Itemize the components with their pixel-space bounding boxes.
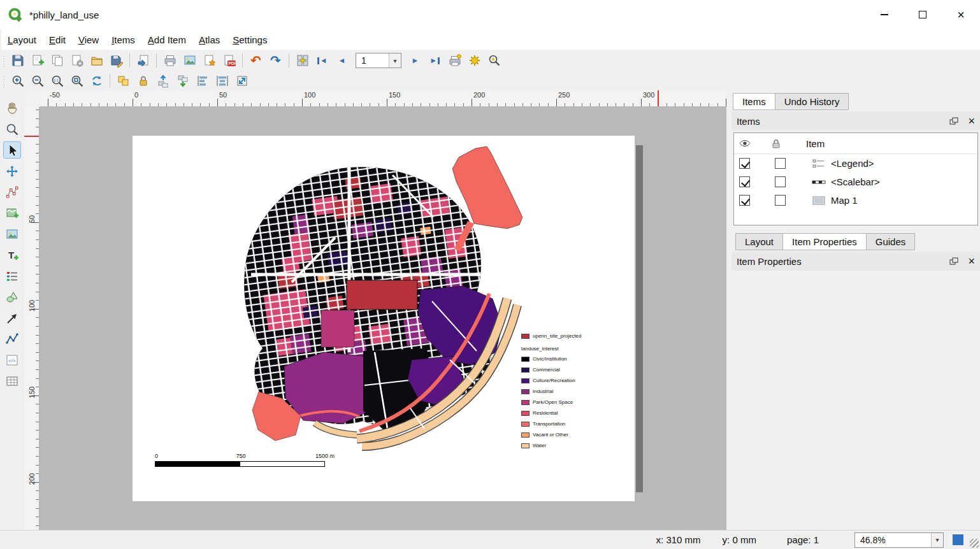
- undo-button[interactable]: ↶: [246, 52, 266, 69]
- legend-item[interactable]: upenn_site_projected landuse_interest Ci…: [521, 331, 633, 451]
- zoom-tool-button[interactable]: [3, 120, 21, 138]
- resize-items-button[interactable]: [232, 73, 252, 90]
- legend-label: Residential: [533, 410, 558, 416]
- lower-items-button[interactable]: [173, 73, 192, 90]
- add-node-item-button[interactable]: [3, 331, 21, 348]
- layout-page[interactable]: upenn_site_projected landuse_interest Ci…: [133, 136, 635, 501]
- visibility-checkbox[interactable]: [739, 195, 750, 206]
- add-arrow-button[interactable]: [3, 310, 21, 327]
- print-atlas-button[interactable]: [445, 52, 465, 69]
- ruler-label: 100: [28, 298, 36, 313]
- menu-items[interactable]: Items: [105, 31, 141, 48]
- resize-grip[interactable]: [970, 539, 979, 548]
- lock-items-button[interactable]: [133, 73, 153, 90]
- add-picture-button[interactable]: [3, 225, 21, 243]
- print-button[interactable]: [160, 52, 180, 69]
- atlas-last-button[interactable]: ►: [425, 52, 445, 69]
- move-item-content-button[interactable]: [3, 162, 21, 180]
- ruler-label: 150: [389, 91, 400, 99]
- layout-manager-button[interactable]: [67, 52, 87, 69]
- lock-checkbox[interactable]: [775, 158, 786, 169]
- zoom-actual-button[interactable]: 1:1: [47, 73, 67, 90]
- menu-add-item[interactable]: Add Item: [141, 31, 192, 48]
- save-button[interactable]: [8, 52, 27, 69]
- load-template-button[interactable]: [87, 52, 106, 69]
- horizontal-ruler[interactable]: -50 0 50 100 150 200 250 300: [40, 90, 726, 107]
- chevron-down-icon[interactable]: ▾: [389, 53, 401, 68]
- menu-view[interactable]: View: [72, 31, 105, 48]
- refresh-button[interactable]: [87, 73, 106, 90]
- tab-undo-history[interactable]: Undo History: [775, 93, 849, 110]
- add-html-button[interactable]: </>: [3, 352, 21, 369]
- lock-checkbox[interactable]: [775, 176, 786, 187]
- menu-edit[interactable]: Edit: [43, 31, 72, 48]
- items-tree[interactable]: Item <Legend> <Scalebar>: [733, 132, 978, 225]
- atlas-zoom-button[interactable]: [484, 52, 504, 69]
- save-as-template-button[interactable]: [106, 52, 126, 69]
- atlas-prev-button[interactable]: ◄: [332, 52, 352, 69]
- add-map-button[interactable]: [3, 204, 21, 222]
- visibility-checkbox[interactable]: [739, 176, 750, 187]
- export-svg-button[interactable]: [199, 52, 219, 69]
- menu-atlas[interactable]: Atlas: [192, 31, 226, 48]
- legend-row: Industrial: [521, 386, 633, 397]
- close-panel-icon[interactable]: ×: [968, 115, 975, 127]
- zoom-in-button[interactable]: [8, 73, 27, 90]
- raise-items-button[interactable]: [153, 73, 173, 90]
- visibility-checkbox[interactable]: [739, 158, 750, 169]
- pan-tool-button[interactable]: [3, 99, 21, 117]
- lock-checkbox[interactable]: [775, 195, 786, 206]
- add-shape-button[interactable]: [3, 289, 21, 306]
- close-panel-icon[interactable]: ×: [968, 255, 975, 267]
- add-table-button[interactable]: [3, 373, 21, 390]
- redo-button[interactable]: ↷: [266, 52, 285, 69]
- tab-item-properties[interactable]: Item Properties: [782, 233, 867, 250]
- chevron-down-icon[interactable]: ▾: [931, 533, 943, 547]
- tab-layout[interactable]: Layout: [735, 233, 783, 250]
- add-label-button[interactable]: T: [3, 246, 21, 264]
- ruler-ticks: [48, 99, 726, 106]
- atlas-page-combo[interactable]: 1 ▾: [356, 53, 401, 68]
- menu-settings[interactable]: Settings: [226, 31, 273, 48]
- add-legend-button[interactable]: [3, 267, 21, 285]
- group-items-button[interactable]: [113, 73, 133, 90]
- tab-guides[interactable]: Guides: [866, 233, 916, 250]
- duplicate-layout-button[interactable]: [47, 52, 67, 69]
- table-row[interactable]: <Legend>: [734, 154, 977, 173]
- zoom-out-button[interactable]: [27, 73, 47, 90]
- legend-label: Vacant or Other: [533, 432, 568, 438]
- menu-layout[interactable]: Layout: [1, 31, 43, 48]
- table-row[interactable]: <Scalebar>: [734, 173, 977, 191]
- toolbox: T </>: [0, 99, 24, 390]
- atlas-settings-button[interactable]: [465, 52, 484, 69]
- maximize-button[interactable]: [904, 0, 942, 29]
- distribute-items-button[interactable]: [212, 73, 232, 90]
- scalebar-item[interactable]: 0 750 1500 m: [155, 453, 326, 469]
- table-row[interactable]: Map 1: [734, 191, 977, 210]
- legend-swatch: [521, 411, 530, 416]
- atlas-preview-button[interactable]: [292, 52, 312, 69]
- status-y-coordinate: y: 0 mm: [723, 534, 756, 545]
- float-panel-icon[interactable]: [949, 117, 959, 125]
- export-image-button[interactable]: [180, 52, 199, 69]
- export-pdf-button[interactable]: PDF: [219, 52, 239, 69]
- select-move-item-button[interactable]: [3, 141, 21, 159]
- legend-label: Commercial: [533, 367, 560, 373]
- align-items-button[interactable]: [192, 73, 212, 90]
- legend-item-icon: [811, 159, 826, 168]
- float-panel-icon[interactable]: [949, 257, 959, 266]
- edit-nodes-item-button[interactable]: [3, 183, 21, 201]
- layout-canvas[interactable]: upenn_site_projected landuse_interest Ci…: [40, 107, 726, 530]
- tab-items[interactable]: Items: [733, 93, 775, 110]
- atlas-next-button[interactable]: ►: [405, 52, 425, 69]
- add-pages-button[interactable]: [133, 52, 153, 69]
- minimize-button[interactable]: [865, 0, 904, 29]
- vertical-ruler[interactable]: 50 100 150 200: [24, 107, 40, 530]
- close-button[interactable]: ×: [942, 0, 980, 29]
- layout-toolbar: PDF ↶ ↷ ◄ ◄ 1 ▾ ► ►: [0, 50, 980, 71]
- new-layout-button[interactable]: [27, 52, 47, 69]
- zoom-level-combo[interactable]: 46.8% ▾: [854, 532, 944, 548]
- zoom-full-button[interactable]: [67, 73, 87, 90]
- atlas-first-button[interactable]: ◄: [312, 52, 332, 69]
- next-arrow-icon: ►: [412, 57, 419, 64]
